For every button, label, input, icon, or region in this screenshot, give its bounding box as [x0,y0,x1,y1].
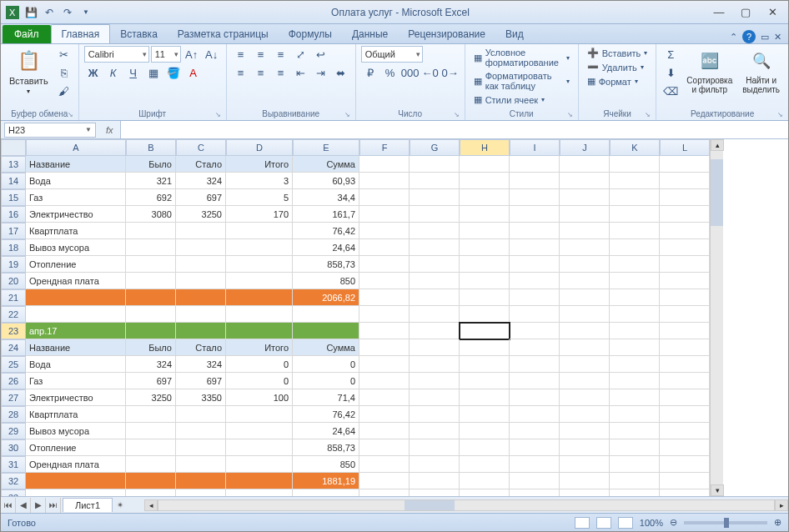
cell[interactable] [610,389,660,406]
cell[interactable] [510,323,560,339]
cell[interactable] [510,206,560,223]
copy-icon[interactable]: ⎘ [55,64,73,81]
currency-icon[interactable]: ₽ [361,64,379,81]
cell[interactable] [510,289,560,306]
cell[interactable] [359,389,410,406]
cell[interactable] [410,339,460,356]
cell[interactable] [410,173,460,189]
cell[interactable] [660,473,710,489]
decrease-decimal-icon[interactable]: 0→ [441,64,460,81]
cell[interactable]: 3350 [176,389,226,406]
cell[interactable] [226,256,293,273]
row-header[interactable]: 23 [1,323,26,339]
cell[interactable] [26,306,126,323]
percent-icon[interactable]: % [381,64,400,81]
select-all-corner[interactable] [1,139,26,156]
cell[interactable] [176,473,226,489]
sheet-tab[interactable]: Лист1 [63,498,113,512]
cell[interactable]: Стало [176,339,226,356]
tab-view[interactable]: Вид [495,25,534,43]
decrease-indent-icon[interactable]: ⇤ [292,64,310,81]
cell[interactable] [176,439,226,456]
col-header[interactable]: D [226,139,293,156]
cell[interactable] [510,373,560,389]
cell[interactable]: Название [26,156,126,173]
cell[interactable] [460,406,510,423]
cell[interactable] [560,423,610,439]
autosum-icon[interactable]: Σ [661,46,680,63]
cell[interactable] [126,223,176,239]
cell[interactable] [176,456,226,473]
cell[interactable] [610,306,660,323]
cell[interactable] [610,273,660,289]
cell[interactable] [226,423,293,439]
cell[interactable] [176,273,226,289]
paste-button[interactable]: 📋 Вставить ▾ [6,46,52,97]
cell[interactable]: Газ [26,373,126,389]
cell[interactable] [460,306,510,323]
next-sheet-icon[interactable]: ▶ [31,498,46,513]
tab-home[interactable]: Главная [51,24,111,43]
cell[interactable]: Было [126,339,176,356]
cell[interactable] [610,456,660,473]
cell[interactable] [610,373,660,389]
cell[interactable] [359,256,410,273]
cell[interactable]: 0 [226,356,293,373]
cell[interactable] [610,156,660,173]
cell[interactable] [359,273,410,289]
cell[interactable] [226,323,293,339]
merge-icon[interactable]: ⬌ [332,64,350,81]
cell[interactable] [660,439,710,456]
maximize-button[interactable]: ▢ [733,4,758,21]
cell[interactable] [560,189,610,206]
cell[interactable] [660,239,710,256]
cell[interactable] [660,306,710,323]
cell[interactable]: 0 [293,373,359,389]
workbook-close-icon[interactable]: ✕ [774,32,781,43]
row-header[interactable]: 22 [1,306,26,323]
border-icon[interactable]: ▦ [144,64,163,81]
cell[interactable] [226,273,293,289]
cell[interactable] [359,339,410,356]
cell[interactable] [176,289,226,306]
cell[interactable] [610,206,660,223]
cell[interactable] [510,356,560,373]
cell[interactable] [126,489,176,496]
cell[interactable]: Орендная плата [26,273,126,289]
cell[interactable] [660,489,710,496]
col-header[interactable]: H [460,139,510,156]
cell[interactable] [26,473,126,489]
row-header[interactable]: 16 [1,206,26,223]
row-header[interactable]: 29 [1,423,26,439]
cell[interactable] [510,173,560,189]
cell[interactable] [359,356,410,373]
cell[interactable] [660,289,710,306]
cell[interactable] [460,273,510,289]
cell[interactable] [126,239,176,256]
underline-button[interactable]: Ч [124,64,143,81]
cell[interactable] [560,223,610,239]
cell[interactable] [560,373,610,389]
cell[interactable] [610,489,660,496]
cell[interactable] [359,239,410,256]
close-button[interactable]: ✕ [760,4,785,21]
cell[interactable] [610,473,660,489]
tab-page-layout[interactable]: Разметка страницы [168,25,279,43]
cell[interactable] [560,289,610,306]
fx-icon[interactable]: fx [99,125,120,135]
cell[interactable] [176,489,226,496]
italic-button[interactable]: К [104,64,123,81]
cell[interactable] [126,406,176,423]
cell[interactable] [660,356,710,373]
cell[interactable] [660,423,710,439]
cell[interactable] [226,406,293,423]
cell[interactable] [410,289,460,306]
row-header[interactable]: 24 [1,339,26,356]
cell[interactable] [510,456,560,473]
cell[interactable] [560,239,610,256]
cell[interactable] [410,206,460,223]
cell[interactable] [359,156,410,173]
cell[interactable] [660,389,710,406]
cell[interactable]: 321 [126,173,176,189]
cell[interactable]: Сумма [293,156,359,173]
